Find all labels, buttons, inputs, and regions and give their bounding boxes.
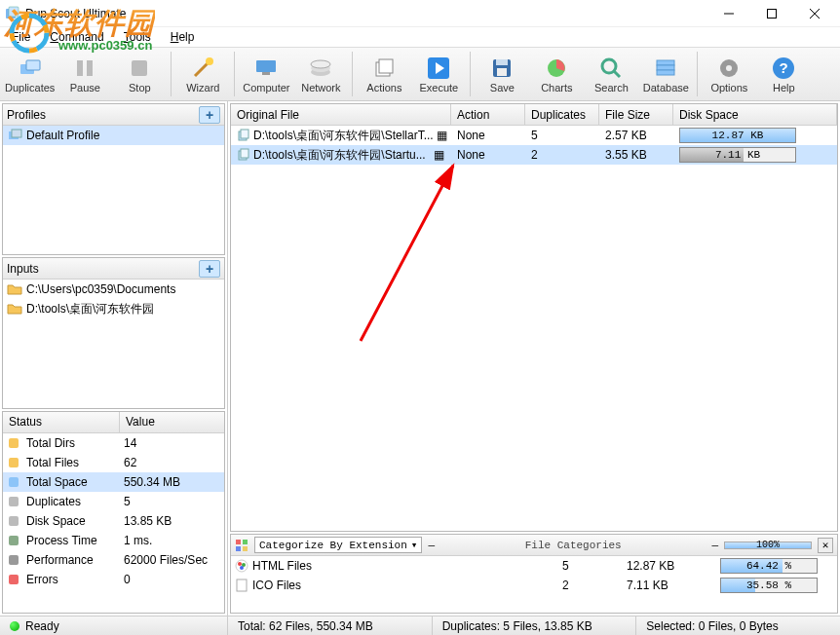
status-row-icon [7, 573, 22, 586]
toolbar-database[interactable]: Database [640, 50, 691, 98]
charts-icon [543, 55, 570, 82]
status-row[interactable]: Total Files62 [3, 453, 224, 472]
input-item[interactable]: D:\tools\桌面\河东软件园 [3, 299, 224, 318]
category-row[interactable]: ICO Files27.11 KB35.58 % [231, 576, 837, 595]
cell-duplicates: 5 [525, 129, 599, 142]
network-icon [307, 55, 334, 82]
disk-space-bar: 7.11 KB [679, 147, 796, 163]
svg-rect-31 [657, 70, 674, 75]
folder-icon [7, 301, 22, 317]
cell-size: 2.57 KB [599, 129, 673, 142]
svg-rect-41 [9, 497, 19, 506]
database-icon [652, 55, 679, 82]
status-row[interactable]: Disk Space13.85 KB [3, 511, 224, 531]
toolbar-network[interactable]: Network [295, 50, 346, 98]
col-action[interactable]: Action [451, 104, 525, 125]
col-original-file[interactable]: Original File [231, 104, 451, 125]
left-panel: Profiles+ Default Profile Inputs+ C:\Use… [0, 101, 228, 616]
col-duplicates[interactable]: Duplicates [525, 104, 599, 125]
profile-item[interactable]: Default Profile [3, 126, 224, 145]
col-file-size[interactable]: File Size [599, 104, 673, 125]
col-disk-space[interactable]: Disk Space [673, 104, 837, 125]
category-size: 7.11 KB [627, 579, 714, 592]
svg-rect-13 [132, 60, 147, 76]
status-value: 13.85 KB [124, 514, 220, 528]
status-value: 0 [124, 573, 220, 586]
svg-rect-49 [241, 149, 248, 158]
svg-point-19 [311, 60, 330, 68]
status-row[interactable]: Process Time1 ms. [3, 531, 224, 550]
pause-icon [71, 55, 98, 82]
table-row[interactable]: D:\tools\桌面\河东软件园\Startu...▦None23.55 KB… [231, 145, 837, 165]
profile-icon [7, 128, 22, 143]
svg-rect-47 [241, 130, 248, 138]
svg-line-28 [614, 71, 620, 77]
statusbar: Ready Total: 62 Files, 550.34 MB Duplica… [0, 616, 840, 635]
cell-action: None [451, 148, 525, 162]
toolbar-pause[interactable]: Pause [59, 50, 110, 98]
status-key: Disk Space [26, 514, 124, 528]
toolbar-search[interactable]: Search [586, 50, 636, 98]
status-value: 14 [124, 436, 220, 450]
statusbar-duplicates: Duplicates: 5 Files, 13.85 KB [433, 616, 637, 635]
status-row[interactable]: Total Dirs14 [3, 433, 224, 453]
toolbar: Duplicates Pause Stop Wizard Computer Ne… [0, 47, 840, 101]
status-header-val: Value [120, 412, 224, 432]
svg-rect-53 [243, 546, 248, 551]
ready-dot-icon [10, 621, 19, 631]
toolbar-save[interactable]: Save [477, 50, 527, 98]
status-key: Process Time [26, 534, 124, 547]
svg-point-14 [206, 57, 213, 65]
status-key: Total Files [26, 456, 124, 469]
svg-point-27 [602, 59, 616, 73]
menubar: File Command Tools Help [0, 27, 840, 47]
add-profile-button[interactable]: + [199, 106, 220, 124]
toolbar-charts[interactable]: Charts [531, 50, 582, 98]
svg-rect-12 [87, 60, 93, 76]
titlebar: Dup Scout Ultimate [0, 0, 840, 27]
minimize-button[interactable] [707, 0, 750, 27]
status-row[interactable]: Performance62000 Files/Sec [3, 550, 224, 570]
add-input-button[interactable]: + [199, 260, 220, 278]
svg-rect-29 [657, 60, 674, 65]
duplicates-icon [17, 55, 44, 82]
toolbar-duplicates[interactable]: Duplicates [4, 50, 56, 98]
status-row[interactable]: Errors0 [3, 570, 224, 589]
categorize-combo[interactable]: Categorize By Extension▾ [254, 537, 422, 553]
svg-rect-16 [262, 72, 270, 75]
row-menu-icon[interactable]: ▦ [437, 129, 447, 142]
menu-help[interactable]: Help [163, 28, 203, 46]
help-icon: ? [770, 55, 797, 82]
folder-icon [7, 281, 22, 297]
category-size: 12.87 KB [627, 559, 714, 573]
menu-command[interactable]: Command [42, 28, 111, 46]
input-item[interactable]: C:\Users\pc0359\Documents [3, 280, 224, 299]
maximize-button[interactable] [750, 0, 793, 27]
table-row[interactable]: D:\tools\桌面\河东软件园\StellarT...▦None52.57 … [231, 126, 837, 145]
toolbar-computer[interactable]: Computer [241, 50, 291, 98]
toolbar-wizard[interactable]: Wizard [177, 50, 228, 98]
status-row[interactable]: Duplicates5 [3, 492, 224, 511]
toolbar-actions[interactable]: Actions [359, 50, 409, 98]
categories-slider[interactable]: 100% [724, 542, 812, 549]
statusbar-ready: Ready [0, 616, 228, 635]
options-icon [715, 55, 743, 82]
toolbar-help[interactable]: ?Help [758, 50, 809, 98]
categories-close-button[interactable]: ✕ [818, 538, 833, 553]
status-row[interactable]: Total Space550.34 MB [3, 472, 224, 492]
svg-rect-21 [379, 59, 393, 73]
file-path: D:\tools\桌面\河东软件园\Startu... [253, 147, 426, 164]
menu-tools[interactable]: Tools [116, 28, 159, 46]
menu-file[interactable]: File [4, 28, 38, 46]
svg-rect-51 [243, 540, 248, 544]
category-row[interactable]: HTML Files512.87 KB64.42 % [231, 556, 837, 576]
close-button[interactable] [793, 0, 836, 27]
svg-rect-25 [497, 68, 507, 76]
row-menu-icon[interactable]: ▦ [432, 148, 445, 162]
toolbar-options[interactable]: Options [704, 50, 754, 98]
status-row-icon [7, 534, 22, 547]
toolbar-execute[interactable]: Execute [413, 50, 464, 98]
toolbar-stop[interactable]: Stop [114, 50, 165, 98]
category-count: 2 [562, 579, 621, 592]
search-icon [597, 55, 625, 82]
